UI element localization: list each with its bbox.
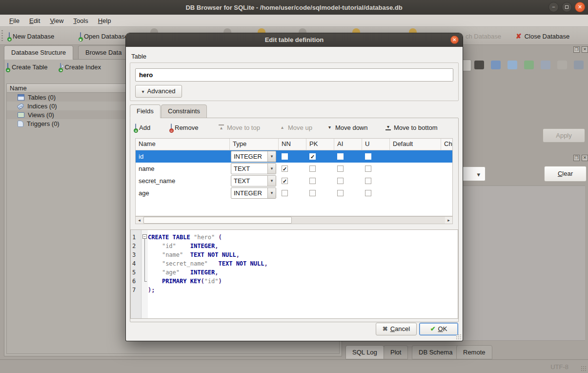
wrap-lines-icon[interactable] bbox=[474, 61, 484, 69]
checkbox-ai[interactable] bbox=[337, 178, 344, 184]
tab-remote[interactable]: Remote bbox=[456, 345, 492, 359]
checkbox-u[interactable] bbox=[365, 178, 371, 184]
check-cell[interactable] bbox=[441, 163, 453, 175]
cancel-button[interactable]: ✖Cancel bbox=[376, 323, 417, 335]
default-cell[interactable] bbox=[390, 175, 441, 187]
scroll-right-icon[interactable]: ▸ bbox=[445, 217, 452, 224]
scrollbar-thumb[interactable] bbox=[143, 217, 292, 224]
tab-db-schema[interactable]: DB Schema bbox=[412, 345, 459, 359]
fullscreen-icon[interactable] bbox=[557, 61, 567, 69]
toolbar-grip[interactable] bbox=[1, 30, 3, 42]
open-file-icon[interactable] bbox=[491, 61, 501, 69]
checkbox-ai[interactable] bbox=[337, 153, 344, 160]
checkbox-ai[interactable] bbox=[337, 190, 344, 196]
checkbox-pk-checked[interactable]: ✓ bbox=[309, 153, 316, 160]
type-combobox[interactable]: INTEGER▾ bbox=[231, 151, 276, 162]
add-button[interactable]: +Add bbox=[135, 121, 150, 134]
sql-code-line[interactable]: "id" INTEGER, bbox=[148, 242, 219, 250]
fold-collapse-icon[interactable]: − bbox=[142, 234, 147, 239]
apply-button[interactable]: Apply bbox=[543, 128, 585, 143]
default-cell[interactable] bbox=[390, 150, 441, 163]
move-down-button[interactable]: ▾Move down bbox=[327, 121, 367, 134]
checkbox-pk[interactable] bbox=[309, 178, 316, 184]
dialog-close-icon[interactable]: ✕ bbox=[450, 36, 459, 44]
sql-code-line[interactable]: PRIMARY KEY("id") bbox=[148, 277, 222, 286]
field-row-secret_name[interactable]: secret_nameTEXT▾✓ bbox=[136, 175, 452, 187]
table-name-input[interactable] bbox=[135, 68, 453, 82]
sql-code-line[interactable]: "age" INTEGER, bbox=[148, 268, 219, 277]
export-icon[interactable] bbox=[524, 61, 534, 69]
column-header-nn[interactable]: NN bbox=[279, 139, 306, 150]
checkbox-pk[interactable] bbox=[309, 190, 316, 196]
menu-edit[interactable]: Edit bbox=[25, 16, 44, 26]
type-combobox[interactable]: TEXT▾ bbox=[231, 163, 276, 174]
save-file-icon[interactable] bbox=[507, 61, 517, 69]
check-cell[interactable] bbox=[441, 150, 453, 163]
check-cell[interactable] bbox=[441, 175, 453, 187]
scroll-left-icon[interactable]: ◂ bbox=[136, 217, 143, 224]
open-database-button[interactable]: ▸ Open Database bbox=[78, 30, 130, 42]
create-index-button[interactable]: + Create Index bbox=[60, 63, 101, 71]
maximize-icon[interactable] bbox=[562, 2, 572, 12]
tab-database-structure[interactable]: Database Structure bbox=[4, 45, 73, 60]
resize-grip[interactable] bbox=[581, 366, 587, 372]
float-dock-icon[interactable]: ❐ bbox=[573, 46, 580, 53]
menu-help[interactable]: Help bbox=[94, 16, 116, 26]
field-name-cell[interactable]: age bbox=[136, 187, 230, 199]
column-header-u[interactable]: U bbox=[362, 139, 390, 150]
menu-tools[interactable]: Tools bbox=[69, 16, 92, 26]
tab-sql-log[interactable]: SQL Log bbox=[345, 345, 384, 359]
tab-browse-data[interactable]: Browse Data bbox=[78, 45, 129, 60]
close-dock-icon[interactable]: ✕ bbox=[582, 46, 588, 53]
field-row-id[interactable]: idINTEGER▾✓ bbox=[136, 150, 452, 163]
menu-view[interactable]: View bbox=[45, 16, 68, 26]
close-dock-icon[interactable]: ✕ bbox=[582, 155, 588, 161]
column-header-default[interactable]: Default bbox=[390, 139, 441, 150]
checkbox-nn-checked[interactable]: ✓ bbox=[282, 166, 288, 172]
checkbox-pk[interactable] bbox=[309, 166, 316, 172]
default-cell[interactable] bbox=[390, 163, 441, 175]
create-table-button[interactable]: + Create Table bbox=[7, 63, 47, 71]
horizontal-scrollbar[interactable]: ◂ ▸ bbox=[135, 216, 453, 224]
column-header-name[interactable]: Name bbox=[136, 139, 230, 150]
sql-code-line[interactable]: "secret_name" TEXT NOT NULL, bbox=[148, 259, 268, 268]
field-row-name[interactable]: nameTEXT▾✓ bbox=[136, 163, 452, 175]
dialog-resize-grip[interactable] bbox=[456, 334, 462, 340]
checkbox-u[interactable] bbox=[365, 153, 371, 160]
float-dock-icon[interactable]: ❐ bbox=[573, 155, 580, 161]
default-cell[interactable] bbox=[390, 187, 441, 199]
checkbox-nn-checked[interactable]: ✓ bbox=[282, 178, 288, 184]
type-combobox[interactable]: TEXT▾ bbox=[231, 175, 276, 186]
column-header-pk[interactable]: PK bbox=[306, 139, 334, 150]
checkbox-ai[interactable] bbox=[337, 166, 344, 172]
ok-button[interactable]: ✔OK bbox=[419, 323, 458, 335]
column-header-type[interactable]: Type bbox=[230, 139, 279, 150]
attach-database-button[interactable]: ch Database bbox=[464, 30, 503, 42]
menu-file[interactable]: File bbox=[5, 16, 24, 26]
column-header-ai[interactable]: AI bbox=[334, 139, 362, 150]
sql-code-line[interactable]: "name" TEXT NOT NULL, bbox=[148, 250, 240, 259]
type-combobox[interactable]: INTEGER▾ bbox=[231, 187, 276, 199]
checkbox-u[interactable] bbox=[365, 166, 371, 172]
new-database-button[interactable]: + New Database bbox=[7, 30, 56, 42]
column-header-check[interactable]: Check bbox=[441, 139, 453, 150]
field-row-age[interactable]: ageINTEGER▾ bbox=[136, 187, 452, 199]
tab-constraints[interactable]: Constraints bbox=[161, 104, 207, 118]
field-name-cell[interactable]: secret_name bbox=[136, 175, 230, 187]
link-icon[interactable] bbox=[541, 61, 550, 69]
field-name-cell[interactable]: name bbox=[136, 163, 230, 175]
close-database-button[interactable]: ✘ Close Database bbox=[514, 30, 571, 42]
sql-code-line[interactable]: CREATE TABLE "hero" ( bbox=[148, 233, 222, 242]
field-name-cell[interactable]: id bbox=[136, 150, 230, 163]
check-cell[interactable] bbox=[441, 187, 453, 199]
close-icon[interactable]: ✕ bbox=[575, 2, 585, 12]
tab-fields[interactable]: Fields bbox=[130, 104, 161, 118]
checkbox-u[interactable] bbox=[365, 190, 371, 196]
tab-plot[interactable]: Plot bbox=[384, 345, 408, 359]
move-to-bottom-button[interactable]: ▾Move to bottom bbox=[385, 121, 438, 134]
clear-button[interactable]: Clear bbox=[544, 166, 587, 182]
print-icon[interactable] bbox=[574, 61, 584, 69]
checkbox-nn[interactable] bbox=[282, 153, 288, 160]
checkbox-nn[interactable] bbox=[282, 190, 288, 196]
sql-code-line[interactable]: ); bbox=[148, 286, 155, 294]
